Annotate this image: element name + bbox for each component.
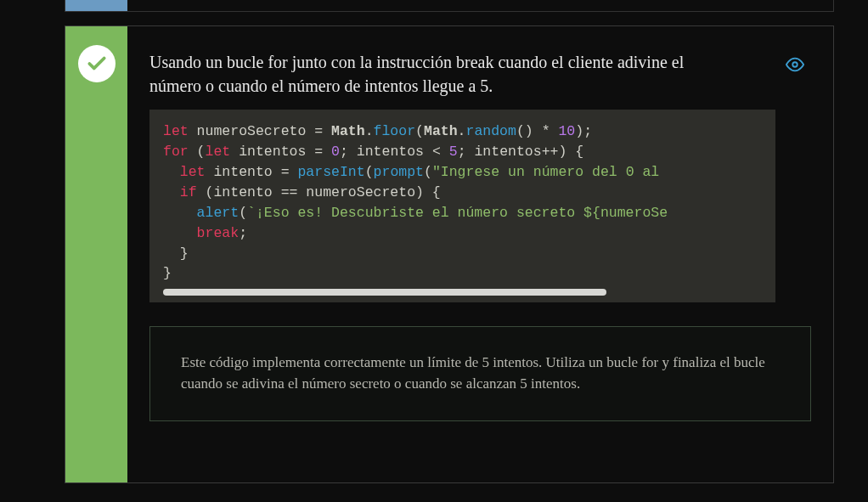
explanation-box: Este código implementa correctamente un … [149, 326, 811, 420]
svg-point-0 [792, 62, 798, 67]
card-content: Usando un bucle for junto con la instruc… [127, 26, 833, 482]
scrollbar-thumb[interactable] [163, 289, 606, 296]
answer-card: Usando un bucle for junto con la instruc… [65, 25, 834, 483]
previous-card-border [65, 0, 834, 12]
check-icon [78, 45, 116, 82]
horizontal-scrollbar[interactable] [163, 289, 762, 296]
status-sidebar [65, 26, 127, 482]
code-content: let numeroSecreto = Math.floor(Math.rand… [163, 121, 762, 284]
code-block: let numeroSecreto = Math.floor(Math.rand… [149, 110, 775, 302]
answer-title: Usando un bucle for junto con la instruc… [149, 50, 727, 98]
explanation-text: Este código implementa correctamente un … [181, 353, 780, 394]
eye-icon[interactable] [786, 55, 804, 74]
